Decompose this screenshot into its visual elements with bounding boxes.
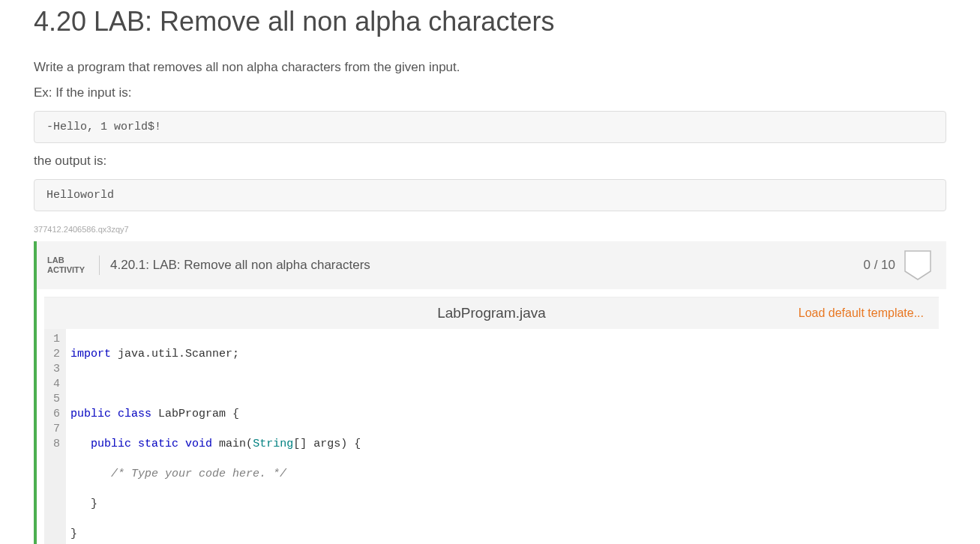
code-kw: class: [118, 408, 151, 420]
file-bar: LabProgram.java Load default template...: [44, 297, 939, 329]
code-text: [70, 468, 111, 480]
code-kw: import: [70, 348, 111, 360]
lab-label-line2: ACTIVITY: [47, 265, 88, 275]
code-text: [] args) {: [293, 438, 361, 450]
code-kw: public: [91, 438, 131, 450]
content-id: 377412.2406586.qx3zqy7: [34, 225, 946, 234]
code-text: java.util.Scanner;: [111, 348, 239, 360]
lab-score: 0 / 10: [863, 258, 895, 273]
example-label: Ex: If the input is:: [34, 85, 946, 100]
lab-activity-panel: LAB ACTIVITY 4.20.1: LAB: Remove all non…: [34, 241, 946, 544]
lab-title: 4.20.1: LAB: Remove all non alpha charac…: [110, 258, 863, 273]
code-text: LabProgram {: [151, 408, 239, 420]
code-comment: /* Type your code here. */: [111, 468, 286, 480]
code-editor[interactable]: 1 2 3 4 5 6 7 8 import java.util.Scanner…: [44, 329, 939, 544]
code-text: [70, 438, 91, 450]
page-title: 4.20 LAB: Remove all non alpha character…: [34, 6, 946, 37]
code-lines[interactable]: import java.util.Scanner; public class L…: [66, 329, 939, 544]
output-sample-block: Helloworld: [34, 179, 946, 211]
code-kw: static: [138, 438, 178, 450]
input-sample-block: -Hello, 1 world$!: [34, 111, 946, 143]
lab-activity-label: LAB ACTIVITY: [47, 256, 100, 275]
intro-text: Write a program that removes all non alp…: [34, 60, 946, 75]
lab-label-line1: LAB: [47, 256, 88, 265]
lab-header: LAB ACTIVITY 4.20.1: LAB: Remove all non…: [37, 241, 946, 289]
code-text: }: [70, 528, 77, 540]
output-label: the output is:: [34, 154, 946, 169]
code-text: }: [70, 498, 97, 510]
editor-wrap: LabProgram.java Load default template...…: [37, 289, 946, 544]
file-name: LabProgram.java: [437, 305, 546, 321]
code-kw: public: [70, 408, 111, 420]
code-type: String: [253, 438, 293, 450]
load-default-template-link[interactable]: Load default template...: [799, 306, 924, 319]
shield-icon: [904, 250, 931, 280]
line-gutter: 1 2 3 4 5 6 7 8: [44, 329, 66, 544]
code-text: main(: [212, 438, 253, 450]
code-kw: void: [185, 438, 212, 450]
